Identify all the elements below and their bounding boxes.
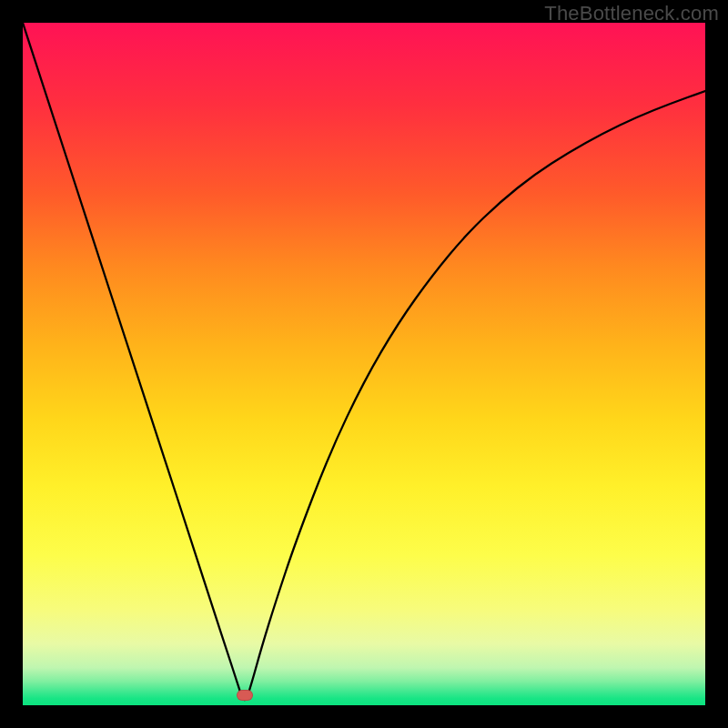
chart-frame: TheBottleneck.com	[0, 0, 728, 728]
optimal-point-marker	[237, 690, 253, 701]
bottleneck-curve	[23, 23, 705, 700]
plot-area	[23, 23, 705, 705]
curve-svg	[23, 23, 705, 705]
